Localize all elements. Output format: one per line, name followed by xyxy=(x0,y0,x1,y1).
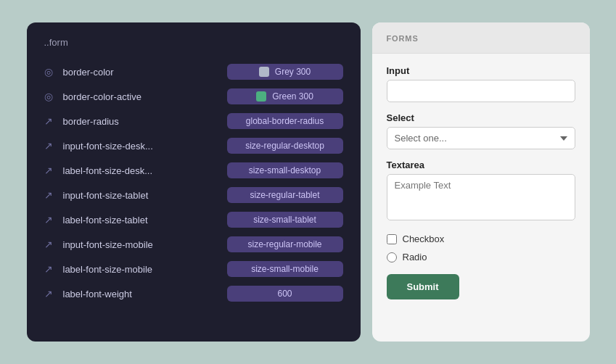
arrow-upright-icon: ↗ xyxy=(44,115,56,127)
token-panel: ..form ◎border-colorGrey 300◎border-colo… xyxy=(27,22,361,342)
token-name: border-radius xyxy=(63,116,220,127)
token-row: ↗label-font-size-tabletsize-small-tablet xyxy=(44,207,343,232)
checkbox-label: Checkbox xyxy=(403,233,445,244)
token-value-label: size-small-desktop xyxy=(249,165,321,175)
token-value[interactable]: Green 300 xyxy=(227,88,343,104)
forms-panel-title: FORMS xyxy=(387,34,419,43)
token-value-label: 600 xyxy=(277,289,292,299)
token-value[interactable]: 600 xyxy=(227,286,343,302)
token-name: border-color-active xyxy=(63,91,220,102)
radio-label: Radio xyxy=(403,252,427,262)
arrow-upright-icon: ↗ xyxy=(44,288,56,299)
submit-button[interactable]: Submit xyxy=(387,274,459,299)
textarea-input[interactable] xyxy=(387,174,575,220)
select-group: Select Select one... xyxy=(387,112,575,149)
token-value[interactable]: global-border-radius xyxy=(227,113,343,129)
checkbox-row: Checkbox xyxy=(387,233,575,244)
token-value-label: size-small-tablet xyxy=(253,215,316,225)
token-value-label: size-regular-desktop xyxy=(245,141,324,151)
token-name: input-font-size-tablet xyxy=(63,190,220,201)
arrow-upright-icon: ↗ xyxy=(44,140,56,152)
token-value-label: size-regular-mobile xyxy=(247,239,321,249)
arrow-upright-icon: ↗ xyxy=(44,214,56,226)
token-value-label: size-small-mobile xyxy=(251,264,319,274)
select-input[interactable]: Select one... xyxy=(387,127,575,149)
arrow-upright-icon: ↗ xyxy=(44,165,56,176)
token-row: ↗label-font-size-mobilesize-small-mobile xyxy=(44,257,343,281)
token-value-label: global-border-radius xyxy=(246,116,324,126)
token-row: ◎border-color-activeGreen 300 xyxy=(44,84,343,109)
textarea-label: Textarea xyxy=(387,160,575,170)
token-value-label: Green 300 xyxy=(272,91,313,102)
input-label: Input xyxy=(387,65,575,76)
text-input[interactable] xyxy=(387,80,575,102)
forms-panel-header: FORMS xyxy=(372,22,590,54)
token-value[interactable]: size-small-mobile xyxy=(227,261,343,277)
token-value-label: Grey 300 xyxy=(275,67,311,77)
droplet-icon: ◎ xyxy=(44,91,56,102)
token-value[interactable]: size-regular-tablet xyxy=(227,187,343,203)
token-value[interactable]: size-regular-desktop xyxy=(227,138,343,154)
radio-input[interactable] xyxy=(387,252,397,262)
arrow-upright-icon: ↗ xyxy=(44,263,56,275)
token-value[interactable]: size-regular-mobile xyxy=(227,236,343,252)
token-row: ↗label-font-weight600 xyxy=(44,281,343,306)
token-name: label-font-weight xyxy=(63,289,220,299)
input-group: Input xyxy=(387,65,575,102)
token-value[interactable]: size-small-tablet xyxy=(227,212,343,228)
token-name: label-font-size-desk... xyxy=(63,165,220,176)
token-name: input-font-size-mobile xyxy=(63,239,220,250)
token-value-label: size-regular-tablet xyxy=(250,190,319,200)
token-value[interactable]: Grey 300 xyxy=(227,64,343,80)
token-name: border-color xyxy=(63,67,220,78)
token-row: ◎border-colorGrey 300 xyxy=(44,59,343,84)
token-name: label-font-size-tablet xyxy=(63,215,220,226)
arrow-upright-icon: ↗ xyxy=(44,189,56,201)
token-name: label-font-size-mobile xyxy=(63,264,220,275)
radio-row: Radio xyxy=(387,252,575,262)
textarea-group: Textarea xyxy=(387,160,575,223)
panel-title: ..form xyxy=(44,37,343,48)
forms-panel-body: Input Select Select one... Textarea Chec… xyxy=(372,54,590,314)
token-row: ↗border-radiusglobal-border-radius xyxy=(44,109,343,133)
droplet-icon: ◎ xyxy=(44,66,56,78)
color-swatch xyxy=(256,91,266,102)
token-row: ↗input-font-size-mobilesize-regular-mobi… xyxy=(44,232,343,257)
arrow-upright-icon: ↗ xyxy=(44,239,56,250)
token-row: ↗input-font-size-desk...size-regular-des… xyxy=(44,133,343,158)
forms-panel: FORMS Input Select Select one... Textare… xyxy=(372,22,590,342)
token-row: ↗input-font-size-tabletsize-regular-tabl… xyxy=(44,183,343,207)
select-label: Select xyxy=(387,112,575,123)
checkbox-input[interactable] xyxy=(387,234,397,244)
token-name: input-font-size-desk... xyxy=(63,141,220,152)
token-value[interactable]: size-small-desktop xyxy=(227,162,343,178)
token-row: ↗label-font-size-desk...size-small-deskt… xyxy=(44,158,343,183)
color-swatch xyxy=(259,67,269,77)
